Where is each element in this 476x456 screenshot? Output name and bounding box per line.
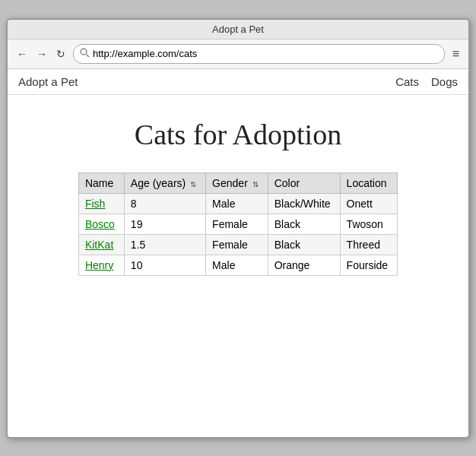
site-nav: Adopt a Pet Cats Dogs: [8, 69, 468, 95]
cell-location: Threed: [340, 234, 397, 255]
cell-age: 10: [124, 255, 205, 275]
title-bar: Adopt a Pet: [8, 20, 468, 40]
site-brand: Adopt a Pet: [18, 75, 78, 88]
nav-link-dogs[interactable]: Dogs: [431, 75, 458, 88]
cat-link-bosco[interactable]: Bosco: [85, 218, 115, 230]
col-header-name: Name: [78, 173, 124, 193]
reload-button[interactable]: ↻: [53, 46, 68, 62]
col-header-color: Color: [268, 173, 340, 193]
gender-sort-icon: ⇅: [252, 180, 259, 188]
table-row: Henry10MaleOrangeFourside: [78, 255, 397, 275]
cell-location: Onett: [340, 193, 397, 214]
cell-gender: Female: [206, 234, 268, 255]
cell-age: 1.5: [124, 234, 205, 255]
cell-location: Fourside: [340, 255, 397, 275]
nav-buttons: ← → ↻: [14, 46, 68, 62]
cell-color: Black/White: [268, 193, 340, 214]
cats-table: Name Age (years) ⇅ Gender ⇅ Color Locati…: [78, 173, 398, 276]
search-icon: [80, 47, 90, 61]
forward-button[interactable]: →: [33, 46, 50, 62]
table-row: Fish8MaleBlack/WhiteOnett: [78, 193, 397, 214]
url-input[interactable]: [93, 48, 438, 59]
back-button[interactable]: ←: [14, 46, 30, 62]
page-content: Cats for Adoption Name Age (years) ⇅ Gen…: [8, 95, 468, 437]
col-header-location: Location: [340, 173, 397, 193]
cell-color: Black: [268, 214, 340, 234]
browser-menu-button[interactable]: ≡: [449, 46, 462, 62]
cat-link-kitkat[interactable]: KitKat: [85, 239, 113, 251]
cell-name: Fish: [78, 193, 124, 214]
nav-bar: ← → ↻ ≡: [8, 40, 468, 69]
svg-line-1: [87, 54, 90, 57]
svg-point-0: [81, 49, 87, 55]
site-links: Cats Dogs: [395, 75, 458, 88]
page-title-bar: Adopt a Pet: [212, 24, 264, 35]
cell-gender: Male: [206, 193, 268, 214]
cell-name: Bosco: [78, 214, 124, 234]
browser-window: Adopt a Pet ← → ↻ ≡ Adopt a Pet Cats Dog…: [6, 18, 470, 439]
cell-gender: Female: [206, 214, 268, 234]
cell-color: Orange: [268, 255, 340, 275]
col-header-gender[interactable]: Gender ⇅: [206, 173, 268, 193]
cell-color: Black: [268, 234, 340, 255]
cell-age: 19: [124, 214, 205, 234]
col-header-age[interactable]: Age (years) ⇅: [124, 173, 205, 193]
cell-location: Twoson: [340, 214, 397, 234]
age-sort-icon: ⇅: [190, 180, 196, 188]
page-heading: Cats for Adoption: [30, 118, 446, 151]
nav-link-cats[interactable]: Cats: [395, 75, 419, 88]
table-header-row: Name Age (years) ⇅ Gender ⇅ Color Locati…: [78, 173, 397, 193]
cat-link-henry[interactable]: Henry: [85, 259, 113, 271]
cat-link-fish[interactable]: Fish: [85, 198, 105, 210]
cell-age: 8: [124, 193, 205, 214]
table-row: Bosco19FemaleBlackTwoson: [78, 214, 397, 234]
address-bar: [73, 44, 445, 64]
cell-name: Henry: [78, 255, 124, 275]
cell-gender: Male: [206, 255, 268, 275]
cell-name: KitKat: [78, 234, 124, 255]
table-row: KitKat1.5FemaleBlackThreed: [78, 234, 397, 255]
